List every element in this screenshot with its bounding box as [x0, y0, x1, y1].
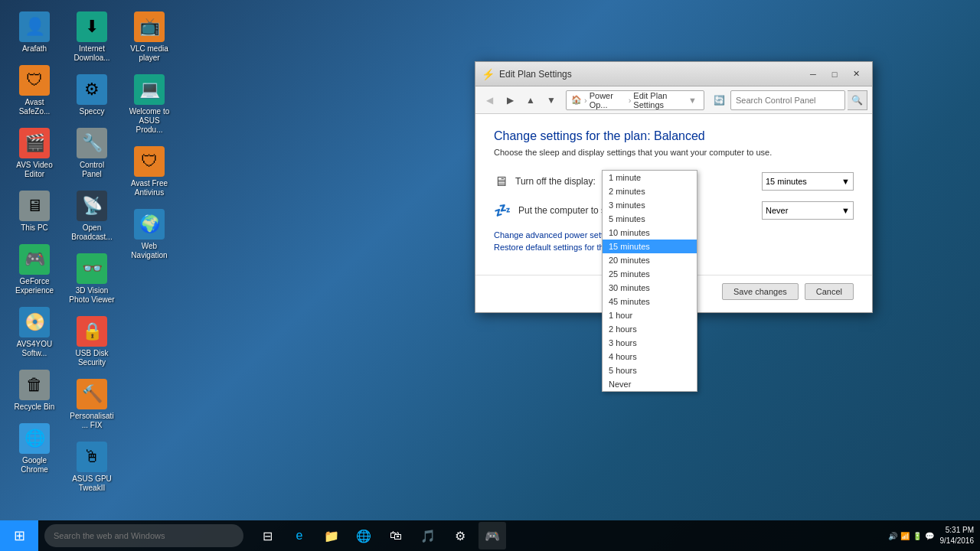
forward-button[interactable]: ▶ [501, 91, 519, 109]
taskbar: ⊞ ⊟ e 📁 🌐 🛍 🎵 ⚙ 🎮 🔊 📶 🔋 💬 5:31 PM 9/14/2… [0, 520, 980, 551]
desktop-icon-label-speccy: Speccy [80, 107, 105, 116]
dropdown-option[interactable]: Never [603, 377, 697, 391]
address-bar[interactable]: 🏠 › Power Op... › Edit Plan Settings ▼ [566, 90, 704, 110]
plan-subtitle: Choose the sleep and display settings th… [494, 148, 854, 157]
tray-icon-1: 🔊 [888, 532, 897, 540]
desktop-icon-img-recycle-bin: 🗑 [19, 370, 50, 400]
date-display: 9/14/2016 [940, 536, 975, 546]
taskbar-media-icon[interactable]: 🎵 [414, 522, 442, 549]
address-home-icon: 🏠 [571, 95, 582, 105]
desktop-icon-speccy[interactable]: ⚙ Speccy [65, 70, 119, 120]
desktop-icon-img-asus-gpu: 🖱 [77, 442, 107, 472]
close-button[interactable]: ✕ [846, 66, 866, 83]
cancel-button[interactable]: Cancel [805, 283, 854, 300]
dropdown-option[interactable]: 25 minutes [603, 267, 697, 281]
taskbar-store-icon[interactable]: 🛍 [382, 522, 410, 549]
dropdown-option[interactable]: 10 minutes [603, 226, 697, 240]
recent-button[interactable]: ▼ [542, 91, 560, 109]
refresh-button[interactable]: 🔄 [710, 91, 728, 109]
desktop-icon-geforce[interactable]: 🎮 GeForce Experience [8, 240, 61, 299]
dropdown-option[interactable]: 45 minutes [603, 295, 697, 308]
taskbar-search-input[interactable] [44, 524, 243, 547]
desktop-icon-label-arafath: Arafath [22, 44, 47, 54]
clock[interactable]: 5:31 PM 9/14/2016 [940, 525, 981, 546]
back-button[interactable]: ◀ [480, 91, 498, 109]
desktop-icon-label-avs4you: AVS4YOU Softw... [11, 340, 57, 358]
desktop-icon-label-asus-produ: Welcome to ASUS Produ... [126, 107, 172, 135]
desktop-icon-control-panel[interactable]: 🔧 Control Panel [65, 124, 119, 183]
dropdown-option[interactable]: 1 hour [603, 308, 697, 322]
window-controls: ─ □ ✕ [803, 66, 866, 83]
desktop-icon-asus-produ[interactable]: 💻 Welcome to ASUS Produ... [122, 70, 176, 139]
desktop-icon-label-geforce: GeForce Experience [11, 277, 57, 295]
desktop-icon-this-pc[interactable]: 🖥 This PC [8, 187, 61, 236]
taskbar-app6-icon[interactable]: ⚙ [446, 522, 474, 549]
dropdown-option[interactable]: 15 minutes [603, 240, 697, 253]
sleep-dropdown[interactable]: Never ▼ [762, 201, 854, 220]
desktop-icon-img-internet-download: ⬇ [77, 11, 107, 42]
desktop-icon-avs-video[interactable]: 🎬 AVS Video Editor [8, 124, 61, 183]
save-button[interactable]: Save changes [722, 283, 799, 300]
desktop-icon-label-google-chrome: Google Chrome [11, 456, 57, 474]
desktop-icon-avast-free[interactable]: 🛡 Avast Free Antivirus [122, 142, 176, 201]
dropdown-option[interactable]: 3 hours [603, 336, 697, 350]
dropdown-option[interactable]: 5 minutes [603, 212, 697, 226]
taskbar-task-view[interactable]: ⊟ [253, 522, 281, 549]
start-button[interactable]: ⊞ [0, 520, 38, 551]
desktop-icon-usb-disk[interactable]: 🔒 USB Disk Security [65, 312, 119, 371]
desktop-icon-img-avast: 🛡 [19, 65, 50, 96]
maximize-button[interactable]: □ [825, 66, 844, 83]
desktop-icon-label-recycle-bin: Recycle Bin [15, 403, 55, 412]
desktop-icon-avast[interactable]: 🛡 Avast SafeZo... [8, 61, 61, 120]
taskbar-edge-icon[interactable]: e [286, 522, 313, 549]
desktop-icon-label-asus-gpu: ASUS GPU TweakII [69, 474, 115, 493]
dropdown-option[interactable]: 30 minutes [603, 281, 697, 295]
desktop-icon-google-chrome[interactable]: 🌐 Google Chrome [8, 419, 61, 478]
dropdown-option[interactable]: 2 minutes [603, 184, 697, 198]
desktop-icon-web-navigation[interactable]: 🌍 Web Navigation [122, 205, 176, 264]
desktop-icon-img-usb-disk: 🔒 [77, 316, 107, 347]
minimize-button[interactable]: ─ [803, 66, 823, 83]
search-input[interactable] [730, 90, 845, 110]
desktop-icon-avs4you[interactable]: 📀 AVS4YOU Softw... [8, 303, 61, 362]
desktop-icon-label-control-panel: Control Panel [69, 161, 115, 179]
dropdown-option[interactable]: 5 hours [603, 364, 697, 377]
display-dropdown[interactable]: 15 minutes ▼ [762, 172, 854, 191]
navigation-bar: ◀ ▶ ▲ ▼ 🏠 › Power Op... › Edit Plan Sett… [475, 86, 872, 114]
desktop-icon-label-web-navigation: Web Navigation [126, 242, 172, 260]
display-dropdown-value: 15 minutes [766, 177, 807, 186]
dropdown-option[interactable]: 4 hours [603, 350, 697, 364]
desktop-icon-3d-vision[interactable]: 👓 3D Vision Photo Viewer [65, 249, 119, 308]
dropdown-option[interactable]: 1 minute [603, 171, 697, 184]
desktop-icon-internet-download[interactable]: ⬇ Internet Downloa... [65, 8, 119, 67]
desktop-icon-area: 👤 Arafath 🛡 Avast SafeZo... 🎬 AVS Video … [8, 8, 176, 497]
tray-icon-4: 💬 [925, 532, 934, 540]
tray-icon-3: 🔋 [913, 532, 922, 540]
search-button[interactable]: 🔍 [848, 90, 867, 110]
desktop-icon-personalisation[interactable]: 🔨 Personalisati... FIX [65, 375, 119, 434]
dropdown-option[interactable]: 20 minutes [603, 253, 697, 267]
sleep-icon: 💤 [494, 202, 511, 219]
desktop-icon-img-open-broadcast: 📡 [77, 191, 107, 221]
taskbar-app7-icon[interactable]: 🎮 [479, 522, 506, 549]
desktop-icon-vlc[interactable]: 📺 VLC media player [122, 8, 176, 67]
desktop-icon-arafath[interactable]: 👤 Arafath [8, 8, 61, 57]
window-icon: ⚡ [482, 68, 495, 80]
dropdown-option[interactable]: 3 minutes [603, 198, 697, 212]
dropdown-option[interactable]: 2 hours [603, 322, 697, 336]
desktop-icon-img-avs4you: 📀 [19, 307, 50, 337]
desktop-icon-img-control-panel: 🔧 [77, 128, 107, 158]
desktop-icon-asus-gpu[interactable]: 🖱 ASUS GPU TweakII [65, 438, 119, 497]
desktop-icon-recycle-bin[interactable]: 🗑 Recycle Bin [8, 366, 61, 416]
up-button[interactable]: ▲ [521, 91, 540, 109]
display-dropdown-menu: 1 minute2 minutes3 minutes5 minutes10 mi… [602, 170, 697, 392]
desktop-icon-img-avs-video: 🎬 [19, 128, 50, 158]
taskbar-chrome-icon[interactable]: 🌐 [350, 522, 377, 549]
desktop-icon-img-arafath: 👤 [19, 11, 50, 42]
desktop-icon-open-broadcast[interactable]: 📡 Open Broadcast... [65, 187, 119, 246]
taskbar-explorer-icon[interactable]: 📁 [318, 522, 345, 549]
desktop-icon-label-personalisation: Personalisati... FIX [69, 412, 115, 430]
system-tray: 🔊 📶 🔋 💬 [888, 532, 940, 540]
chevron-down-icon: ▼ [841, 177, 850, 186]
desktop-icon-label-3d-vision: 3D Vision Photo Viewer [69, 286, 115, 305]
